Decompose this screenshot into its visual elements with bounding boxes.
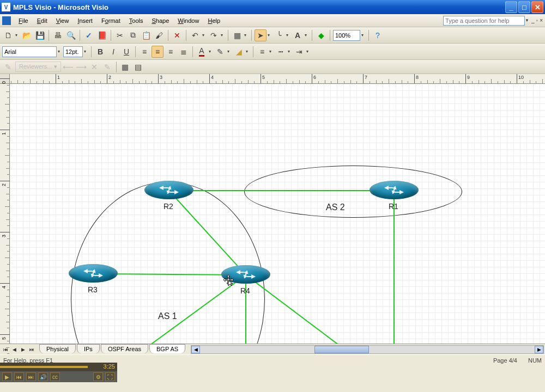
new-dropdown-icon[interactable]: ▾: [15, 33, 20, 38]
font-combo[interactable]: Arial: [2, 46, 57, 57]
shapes-dropdown-icon[interactable]: ▾: [244, 33, 249, 38]
paste-button[interactable]: 📋: [140, 29, 152, 41]
next-comment-button[interactable]: ⟶: [75, 61, 87, 73]
menu-edit[interactable]: Edit: [33, 16, 52, 26]
scroll-right-button[interactable]: ▶: [535, 346, 543, 353]
page-tab-ospf-areas[interactable]: OSPF Areas: [101, 344, 148, 353]
as-boundary-as2[interactable]: [244, 166, 462, 218]
prev-page-button[interactable]: ◀: [10, 345, 19, 354]
fillcolor-dropdown-icon[interactable]: ▾: [246, 49, 250, 54]
lineends-dropdown-icon[interactable]: ▾: [306, 49, 311, 54]
pointer-dropdown-icon[interactable]: ▾: [268, 33, 272, 38]
fontcolor-dropdown-icon[interactable]: ▾: [209, 49, 213, 54]
drawing-canvas[interactable]: AS 1AS 2AS 3R1R2R3R4R5R6R7: [10, 84, 545, 344]
menu-file[interactable]: File: [14, 16, 33, 26]
router-r1[interactable]: [370, 181, 419, 199]
spelling-button[interactable]: ✓: [83, 29, 95, 41]
vertical-ruler[interactable]: 0123456: [0, 84, 10, 344]
reviewers-dropdown[interactable]: Reviewers... ▾: [15, 62, 61, 72]
prev-comment-button[interactable]: ⟵: [62, 61, 74, 73]
align-center-button[interactable]: ≡: [152, 46, 164, 58]
help-button[interactable]: ?: [372, 29, 384, 41]
fill-color-button[interactable]: ◢: [233, 46, 245, 58]
redo-dropdown-icon[interactable]: ▾: [221, 33, 225, 38]
menu-help[interactable]: Help: [203, 16, 225, 26]
undo-button[interactable]: ↶: [189, 29, 201, 41]
insert-comment-button[interactable]: ✎: [2, 61, 14, 73]
align-left-button[interactable]: ≡: [138, 46, 150, 58]
menu-insert[interactable]: Insert: [73, 16, 97, 26]
line-pattern-button[interactable]: ┅: [275, 46, 287, 58]
track-markup-button[interactable]: ▦: [119, 61, 131, 73]
font-dropdown-icon[interactable]: ▾: [58, 49, 62, 54]
pointer-tool-button[interactable]: ➤: [255, 29, 267, 41]
align-right-button[interactable]: ≡: [165, 46, 177, 58]
font-color-button[interactable]: A: [196, 46, 208, 58]
reviewing-pane-button[interactable]: ▤: [132, 61, 144, 73]
zoom-dropdown-icon[interactable]: ▾: [361, 33, 366, 38]
italic-button[interactable]: I: [107, 46, 119, 58]
next-page-button[interactable]: ▶: [19, 345, 27, 354]
last-page-button[interactable]: ⏭: [27, 345, 36, 354]
link-r4-r7[interactable]: [245, 274, 394, 344]
doc-close-button[interactable]: ×: [540, 17, 543, 23]
close-button[interactable]: ✕: [531, 1, 543, 13]
help-dropdown-icon[interactable]: ▼: [525, 18, 529, 23]
scroll-left-button[interactable]: ◀: [191, 346, 200, 353]
save-button[interactable]: 💾: [34, 29, 46, 41]
ink-button[interactable]: ✎: [101, 61, 113, 73]
connector-dropdown-icon[interactable]: ▾: [286, 33, 290, 38]
undo-dropdown-icon[interactable]: ▾: [202, 33, 207, 38]
minimize-button[interactable]: _: [505, 1, 517, 13]
doc-minimize-button[interactable]: _: [531, 17, 535, 23]
open-button[interactable]: 📂: [21, 29, 33, 41]
first-page-button[interactable]: ⏮: [1, 345, 10, 354]
link-r4-r6[interactable]: [245, 275, 246, 344]
menu-window[interactable]: Window: [173, 16, 203, 26]
linepattern-dropdown-icon[interactable]: ▾: [288, 49, 292, 54]
shapes-window-button[interactable]: ▦: [231, 29, 243, 41]
doc-restore-button[interactable]: ▫: [536, 17, 538, 23]
bold-button[interactable]: B: [94, 46, 106, 58]
delete-comment-button[interactable]: ✕: [88, 61, 100, 73]
delete-button[interactable]: ✕: [171, 29, 183, 41]
link-r2-r1[interactable]: [169, 190, 394, 191]
page-tab-physical[interactable]: Physical: [39, 344, 76, 353]
format-painter-button[interactable]: 🖌: [153, 29, 165, 41]
media-timeline[interactable]: 3:25: [0, 363, 117, 365]
zoom-combo[interactable]: 100%: [333, 30, 360, 41]
print-preview-button[interactable]: 🔍: [65, 29, 77, 41]
copy-button[interactable]: ⧉: [127, 29, 139, 41]
link-r1-r7[interactable]: [393, 191, 395, 344]
router-r2[interactable]: [144, 181, 193, 199]
text-dropdown-icon[interactable]: ▾: [305, 33, 309, 38]
fontsize-dropdown-icon[interactable]: ▾: [84, 49, 88, 54]
router-r4[interactable]: [221, 265, 270, 284]
fontsize-combo[interactable]: 12pt.: [63, 46, 83, 57]
line-color-button[interactable]: ✎: [214, 46, 226, 58]
menu-view[interactable]: View: [52, 16, 74, 26]
cut-button[interactable]: ✂: [114, 29, 126, 41]
lineweight-dropdown-icon[interactable]: ▾: [269, 49, 274, 54]
connection-point-button[interactable]: ◆: [315, 29, 327, 41]
text-tool-button[interactable]: A: [292, 29, 304, 41]
new-button[interactable]: 🗋: [2, 29, 14, 41]
maximize-button[interactable]: □: [518, 1, 530, 13]
menu-tools[interactable]: Tools: [125, 16, 148, 26]
menu-format[interactable]: Format: [97, 16, 125, 26]
print-button[interactable]: 🖶: [52, 29, 64, 41]
line-ends-button[interactable]: ⇥: [293, 46, 305, 58]
router-r3[interactable]: [69, 264, 118, 283]
horizontal-scrollbar[interactable]: ◀ ▶: [191, 345, 544, 354]
research-button[interactable]: 📕: [96, 29, 108, 41]
menu-shape[interactable]: Shape: [147, 16, 173, 26]
scroll-thumb[interactable]: [314, 346, 369, 353]
horizontal-ruler[interactable]: 01234567891011: [10, 74, 545, 84]
redo-button[interactable]: ↷: [208, 29, 220, 41]
linecolor-dropdown-icon[interactable]: ▾: [227, 49, 232, 54]
underline-button[interactable]: U: [120, 46, 132, 58]
line-weight-button[interactable]: ≡: [256, 46, 268, 58]
align-justify-button[interactable]: ≣: [178, 46, 190, 58]
page-tab-ips[interactable]: IPs: [77, 344, 100, 353]
connector-tool-button[interactable]: ╰: [273, 29, 285, 41]
